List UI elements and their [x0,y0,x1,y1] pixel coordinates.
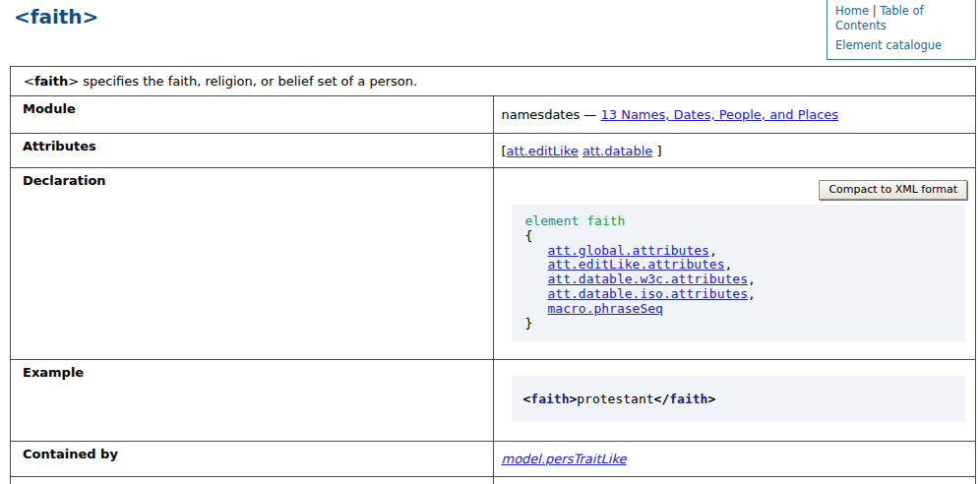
code-line-link: att.datable.w3c.attributes, [525,272,952,287]
page-title: <faith> [14,5,98,29]
example-open-tag-name: faith [530,392,569,406]
nav-box: Home | Table of Contents Element catalog… [827,0,976,60]
nav-home-link[interactable]: Home [835,4,869,18]
code-open-brace: { [525,229,952,244]
att-datable-link[interactable]: att.datable [582,144,652,158]
partial-bottom-row [11,476,976,484]
module-row: Module namesdates — 13 Names, Dates, Peo… [11,96,976,134]
macro-phraseseq-link[interactable]: macro.phraseSeq [548,301,663,316]
partial-row-content [493,476,976,484]
contained-by-content: model.persTraitLike [493,441,976,476]
module-chapter-link[interactable]: 13 Names, Dates, People, and Places [601,107,839,122]
code-line-link: macro.phraseSeq [525,302,952,317]
code-keyword: element [525,213,580,228]
att-global-attributes-link[interactable]: att.global.attributes [548,243,709,258]
example-row: Example <faith>protestant</faith> [11,359,976,441]
att-datable-iso-attributes-link[interactable]: att.datable.iso.attributes [548,286,749,301]
code-line-link: att.global.attributes, [525,244,952,259]
code-comma: , [748,272,756,286]
code-comma: , [725,257,733,272]
description-row: <faith> specifies the faith, religion, o… [11,67,976,96]
nav-separator: | [873,4,877,18]
code-line-link: att.editLike.attributes, [525,258,952,272]
module-name: namesdates — [502,107,601,122]
example-close-bracket: </ [654,392,670,406]
declaration-content: Compact to XML format elementfaith { att… [493,168,976,360]
contained-by-row: Contained by model.persTraitLike [11,441,976,476]
att-datable-w3c-attributes-link[interactable]: att.datable.w3c.attributes [548,272,749,286]
code-close-brace: } [525,317,952,332]
example-close-close-bracket: > [707,392,715,406]
code-line-element: elementfaith [525,214,952,229]
example-close-tag-name: faith [669,392,707,406]
code-line-link: att.datable.iso.attributes, [525,287,952,302]
example-code: <faith>protestant</faith> [512,376,966,422]
page-header: <faith> Home | Table of Contents Element… [0,0,980,66]
att-editlike-attributes-link[interactable]: att.editLike.attributes [548,257,725,272]
contained-by-label: Contained by [11,441,494,476]
module-label: Module [11,96,494,134]
attributes-close-bracket: ] [652,144,661,158]
declaration-row: Declaration Compact to XML format elemen… [11,168,976,360]
declaration-code: elementfaith { att.global.attributes, at… [512,205,966,341]
example-text: protestant [577,392,653,406]
nav-element-catalogue-link[interactable]: Element catalogue [835,38,942,52]
partial-row-label [11,476,494,484]
description-tag: <faith> [24,74,79,89]
element-description: <faith> specifies the faith, religion, o… [11,67,976,96]
compact-to-xml-button[interactable]: Compact to XML format [819,180,967,200]
declaration-toolbar: Compact to XML format [498,180,968,202]
description-text: specifies the faith, religion, or belief… [79,74,417,89]
attributes-label: Attributes [11,134,494,168]
nav-line-2: Element catalogue [835,38,967,53]
code-element-name: faith [586,213,625,228]
nav-line-1: Home | Table of Contents [835,4,967,33]
att-editlike-link[interactable]: att.editLike [507,144,579,158]
code-comma: , [709,243,717,258]
model-perstraitlike-link[interactable]: model.persTraitLike [502,452,627,466]
attributes-content: [att.editLike att.datable ] [493,134,976,168]
example-label: Example [11,359,494,441]
code-comma: , [748,286,756,301]
module-content: namesdates — 13 Names, Dates, People, an… [493,96,976,134]
example-content: <faith>protestant</faith> [493,359,976,441]
attributes-row: Attributes [att.editLike att.datable ] [11,134,976,168]
declaration-label: Declaration [11,168,494,360]
element-spec-table: <faith> specifies the faith, religion, o… [10,66,976,484]
